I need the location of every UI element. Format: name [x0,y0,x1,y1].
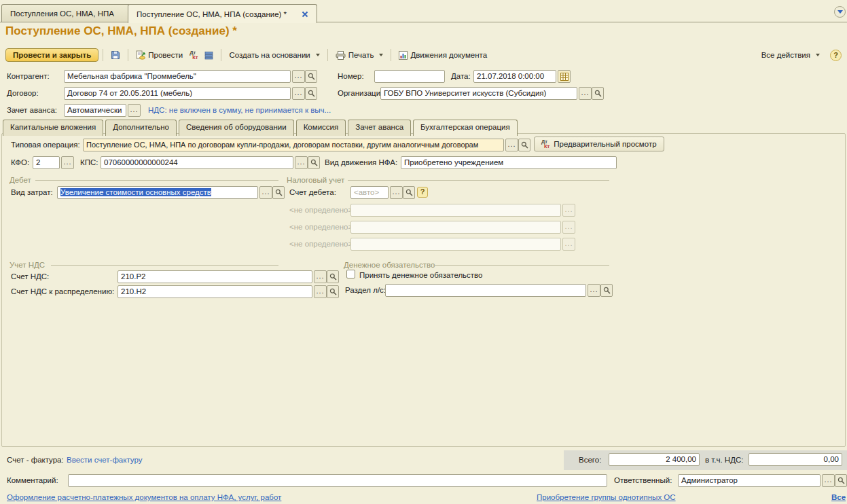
document-movements-label: Движения документа [410,51,487,59]
toolbar-right: Все действия ? [758,50,842,61]
number-field[interactable] [374,70,445,83]
kps-select-button[interactable] [295,156,308,169]
advance-select-button[interactable] [128,104,141,117]
contract-select-button[interactable] [292,87,305,100]
date-label: Дата: [451,72,471,80]
post-button[interactable]: Провести [132,49,186,61]
close-tab-icon[interactable] [302,11,308,18]
responsible-select-button[interactable] [822,474,835,487]
kfo-field[interactable]: 2 [33,156,60,169]
date-calendar-button[interactable] [558,70,571,83]
toolbar-separator [327,49,328,61]
dt-kt-button[interactable]: ДтКт [186,49,201,61]
create-based-on-button[interactable]: Создать на основании [226,50,323,60]
cost-type-lookup-button[interactable] [272,186,285,199]
window-tab-list-os[interactable]: Поступления ОС, НМА, НПА [1,4,145,22]
dt-kt-icon: ДтКт [541,139,549,149]
magnifier-icon [837,477,845,484]
vat-note-link[interactable]: НДС: не включен в сумму, не принимается … [148,106,331,114]
counterparty-field[interactable]: Мебельная фабрика "Проммебель" [64,70,291,83]
toolbar-separator [391,49,391,61]
comment-field[interactable] [68,474,607,487]
nfa-movement-label: Вид движения НФА: [325,158,397,166]
magnifier-icon [329,288,337,295]
payment-docs-link[interactable]: Оформление расчетно-платежных документов… [7,493,281,501]
cost-type-field[interactable]: Увеличение стоимости основных средств [57,186,258,199]
undefined-analytics-label: <не определено>: [289,240,355,248]
dt-kt-icon: ДтКт [190,50,198,60]
nfa-movement-field[interactable]: Приобретено учреждением [401,156,617,169]
toolbar-separator [103,49,103,61]
counterparty-lookup-button[interactable] [305,70,317,83]
post-button-label: Провести [148,51,183,59]
toolbar-separator [128,49,128,61]
operation-field[interactable]: Поступление ОС, НМА, НПА по договорам ку… [83,139,504,151]
vat-distribution-select-button[interactable] [314,285,327,298]
operation-select-button[interactable] [505,139,518,151]
tab-advance-offset[interactable]: Зачет аванса [348,120,411,136]
undefined-analytics-select-button [562,204,575,217]
print-button[interactable]: Печать [332,50,387,61]
advance-field[interactable]: Автоматически [64,104,126,117]
kps-field[interactable]: 07060000000000244 [101,156,293,169]
invoice-label: Счет - фактура: [7,456,64,464]
preview-button-label: Предварительный просмотр [554,140,656,148]
counterparty-select-button[interactable] [292,70,305,83]
kfo-select-button[interactable] [61,156,74,169]
total-label: Всего: [579,456,601,464]
contract-field[interactable]: Договор 74 от 20.05.2011 (мебель) [64,87,291,100]
operation-lookup-button[interactable] [518,139,530,151]
all-link[interactable]: Все [831,493,846,501]
accept-obligation-checkbox[interactable] [346,270,355,278]
document-movements-button[interactable]: Движения документа [395,50,490,61]
organization-select-button[interactable] [579,87,592,100]
ls-section-lookup-button[interactable] [600,284,613,297]
tab-accounting-operation[interactable]: Бухгалтерская операция [413,120,518,136]
window-tab-label: Поступления ОС, НМА, НПА [10,10,114,18]
group-os-link[interactable]: Приобретение группы однотипных ОС [537,493,676,501]
magnifier-icon [594,90,602,97]
preview-button[interactable]: ДтКт Предварительный просмотр [534,137,664,151]
window-tab-document-new[interactable]: Поступление ОС, НМА, НПА (создание) * [128,4,317,23]
contract-label: Договор: [7,89,39,97]
ls-section-select-button[interactable] [588,284,600,297]
tax-help-button[interactable]: ? [417,187,428,198]
tab-commission[interactable]: Комиссия [296,120,346,136]
ls-section-field[interactable] [385,284,586,297]
vat-distribution-field[interactable]: 210.Н2 [118,285,312,298]
save-button[interactable] [107,49,124,61]
contract-lookup-button[interactable] [305,87,317,100]
magnifier-icon [521,141,528,149]
all-actions-button[interactable]: Все действия [758,50,823,60]
vat-account-field[interactable]: 210.Р2 [118,270,312,283]
number-label: Номер: [338,72,364,80]
responsible-lookup-button[interactable] [835,474,847,487]
tax-debit-account-lookup-button[interactable] [403,186,415,199]
cost-type-select-button[interactable] [259,186,272,199]
vat-account-select-button[interactable] [314,270,327,283]
responsible-field[interactable]: Администратор [678,474,821,487]
organization-lookup-button[interactable] [592,87,604,100]
tab-equipment-info[interactable]: Сведения об оборудовании [179,120,294,136]
register-records-button[interactable] [201,50,217,61]
tax-debit-account-field[interactable]: <авто> [350,186,389,199]
magnifier-icon [308,73,315,80]
kps-lookup-button[interactable] [308,156,320,169]
magnifier-icon [603,287,611,294]
enter-invoice-link[interactable]: Ввести счет-фактуру [67,456,142,464]
money-group-title: Денежное обязательство [344,261,435,269]
post-document-icon [136,50,145,60]
tab-additional[interactable]: Дополнительно [105,120,177,136]
vat-account-label: Счет НДС: [11,272,49,281]
tax-debit-account-select-button[interactable] [390,186,403,199]
help-button[interactable]: ? [830,50,842,61]
vat-account-lookup-button[interactable] [327,270,339,283]
all-actions-label: Все действия [761,51,810,59]
tab-list-dropdown-button[interactable] [834,6,846,18]
post-and-close-button[interactable]: Провести и закрыть [5,48,98,62]
organization-field[interactable]: ГОБУ ВПО Университет искусств (Субсидия) [380,87,577,100]
vat-distribution-lookup-button[interactable] [327,285,339,298]
date-field[interactable]: 21.07.2018 0:00:00 [473,70,556,83]
tab-capital-investments[interactable]: Капитальные вложения [3,120,103,136]
kps-label: КПС: [80,158,98,166]
